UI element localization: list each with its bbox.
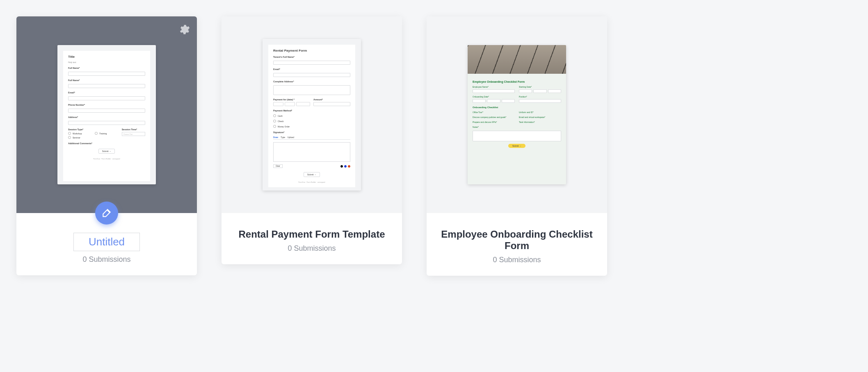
form-preview-area: Rental Payment Form Tenant's Full Name* … <box>222 16 402 213</box>
sig-tab-draw: Draw <box>273 136 278 138</box>
edit-form-button[interactable] <box>95 202 118 225</box>
thumb-field-label: Notes* <box>473 126 561 128</box>
form-card[interactable]: Employee Onboarding Checklist Form Emplo… <box>427 16 607 276</box>
thumb-radio: Money Order <box>273 125 350 128</box>
thumb-input <box>68 84 145 88</box>
thumb-input <box>68 96 145 100</box>
thumb-field-label: Payment for (date) * <box>273 98 310 101</box>
form-cards-row: Title Help text Full Name* Full Name* Em… <box>16 16 852 276</box>
card-footer: Employee Onboarding Checklist Form 0 Sub… <box>427 213 607 276</box>
thumb-radio: Workshop <box>68 132 91 135</box>
thumb-field-label: Signature* <box>273 131 350 134</box>
thumb-radio: Cash <box>273 114 350 117</box>
thumb-field-label: Tenant's Full Name* <box>273 56 350 58</box>
thumb-checklist-item: Office Tour* <box>473 111 515 113</box>
thumb-date-yyyy <box>548 89 561 93</box>
thumb-checklist-item: Uniform and ID* <box>519 111 561 113</box>
thumb-field-label: Employee Name* <box>473 86 515 88</box>
signature-tabs: Draw Type Upload <box>273 136 350 140</box>
thumb-heading: Employee Onboarding Checklist Form <box>473 80 561 83</box>
thumb-select: Choose One <box>122 132 145 136</box>
thumb-footer: FormCan · Form Builder · servegood <box>273 181 350 183</box>
thumb-radio: Check <box>273 120 350 122</box>
sig-tab-upload: Upload <box>288 136 294 138</box>
thumb-field-label: Full Name* <box>68 67 145 69</box>
thumb-input <box>273 73 350 77</box>
thumb-checklist-item: Prepare and discuss KPIs* <box>473 121 515 123</box>
thumb-date-yyyy <box>502 99 515 103</box>
signature-pad <box>273 142 350 162</box>
thumb-field-label: Email* <box>273 68 350 70</box>
form-card[interactable]: Rental Payment Form Tenant's Full Name* … <box>222 16 402 264</box>
thumb-date-mm <box>273 102 283 106</box>
form-thumbnail: Title Help text Full Name* Full Name* Em… <box>57 45 156 184</box>
form-thumbnail: Rental Payment Form Tenant's Full Name* … <box>263 39 361 191</box>
color-swatch-black <box>340 165 343 168</box>
thumb-checklist-item: Discuss company policies and goals* <box>473 116 515 118</box>
thumb-footer: FormCan · Form Builder · servegood <box>68 158 145 160</box>
thumb-textarea <box>473 131 561 141</box>
thumb-hero-image <box>468 45 566 74</box>
submissions-count: 0 Submissions <box>82 255 130 264</box>
form-title: Rental Payment Form Template <box>239 229 385 240</box>
color-swatch-red <box>348 165 350 168</box>
thumb-field-label: Phone Number* <box>68 104 145 106</box>
thumb-field-label: Additional Comments* <box>68 142 145 145</box>
thumb-date-yyyy <box>296 102 310 106</box>
form-card[interactable]: Title Help text Full Name* Full Name* Em… <box>16 16 197 275</box>
thumb-radio: Seminar <box>68 136 91 139</box>
thumb-field-label: Session Time* <box>122 128 145 131</box>
thumb-heading: Title <box>68 55 145 59</box>
thumb-field-label: Email* <box>68 91 145 94</box>
color-swatch-blue <box>344 165 347 168</box>
thumb-radio: Training <box>95 132 118 135</box>
thumb-field-label: Position* <box>519 95 561 98</box>
thumb-input <box>313 102 350 106</box>
settings-button[interactable] <box>176 22 191 37</box>
thumb-input <box>68 109 145 113</box>
edit-icon <box>101 208 112 218</box>
thumb-input <box>68 121 145 125</box>
thumb-field-label: Full Name* <box>68 79 145 82</box>
thumb-date-mm <box>473 99 486 103</box>
thumb-date-dd <box>487 99 500 103</box>
form-title: Employee Onboarding Checklist Form <box>435 229 599 252</box>
form-preview-area: Title Help text Full Name* Full Name* Em… <box>16 16 197 213</box>
thumb-field-label: Session Type* <box>68 128 91 131</box>
thumb-field-label: Payment Method* <box>273 109 350 112</box>
form-thumbnail: Employee Onboarding Checklist Form Emplo… <box>468 45 566 184</box>
thumb-submit: Submit → <box>508 144 525 148</box>
submissions-count: 0 Submissions <box>288 244 336 253</box>
gear-icon <box>178 23 190 36</box>
thumb-field-label: Starting Date* <box>519 86 561 88</box>
thumb-input <box>273 61 350 65</box>
thumb-field-label: Amount* <box>313 98 350 101</box>
submissions-count: 0 Submissions <box>493 256 541 264</box>
thumb-submit: Submit → <box>98 149 115 154</box>
thumb-checklist-item: Email and virtual workspace* <box>519 116 561 118</box>
thumb-date-mm <box>519 89 532 93</box>
thumb-field-label: Complete Address* <box>273 80 350 83</box>
signature-colors <box>340 165 350 168</box>
thumb-checklist-item: Task Information* <box>519 121 561 123</box>
card-footer: Rental Payment Form Template 0 Submissio… <box>222 213 402 264</box>
thumb-field-label: Onboarding Date* <box>473 95 515 98</box>
form-preview-area: Employee Onboarding Checklist Form Emplo… <box>427 16 607 213</box>
thumb-input <box>68 72 145 76</box>
thumb-submit: Submit → <box>304 172 320 177</box>
signature-clear: Clear <box>273 164 283 168</box>
thumb-section-heading: Onboarding Checklist <box>473 106 561 109</box>
thumb-input <box>473 89 515 93</box>
thumb-input <box>519 99 561 103</box>
thumb-field-label: Address* <box>68 116 145 118</box>
form-title-input[interactable] <box>82 236 131 248</box>
thumb-textarea <box>273 85 350 95</box>
thumb-date-dd <box>285 102 295 106</box>
thumb-help: Help text <box>68 61 145 64</box>
sig-tab-type: Type <box>281 136 285 138</box>
form-title-input-wrap[interactable] <box>73 233 140 251</box>
thumb-heading: Rental Payment Form <box>273 49 350 52</box>
thumb-date-dd <box>533 89 546 93</box>
